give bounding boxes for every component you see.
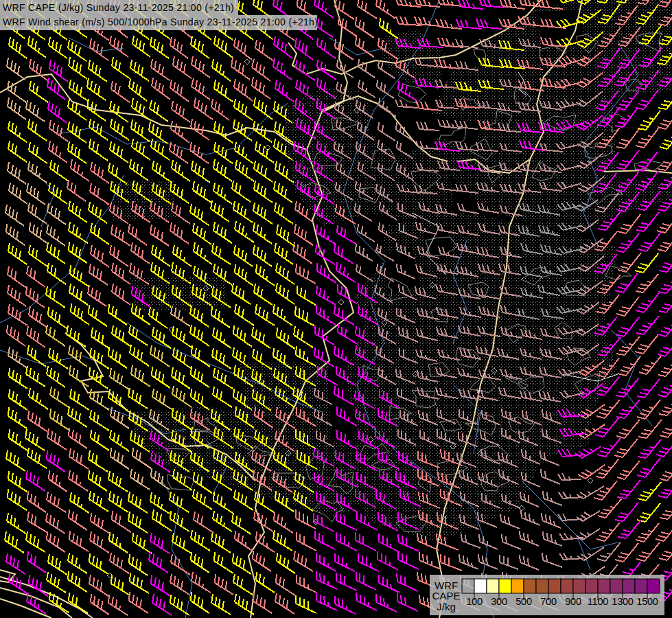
svg-text:CAPE: CAPE [432,590,461,602]
svg-text:500: 500 [515,596,532,607]
svg-text:1100: 1100 [588,596,609,607]
svg-text:300: 300 [491,596,507,607]
svg-text:WRF Wind shear (m/s) 500/1000h: WRF Wind shear (m/s) 500/1000hPa Sunday … [3,16,318,27]
svg-text:1500: 1500 [636,596,658,607]
svg-text:WRF CAPE (J/kg) Sunday 23-11-2: WRF CAPE (J/kg) Sunday 23-11-2025 21:00 … [3,2,234,13]
svg-text:700: 700 [540,596,557,607]
svg-text:900: 900 [565,596,581,607]
svg-text:100: 100 [466,596,483,607]
svg-text:J/kg: J/kg [437,601,456,613]
svg-text:1300: 1300 [612,596,634,607]
